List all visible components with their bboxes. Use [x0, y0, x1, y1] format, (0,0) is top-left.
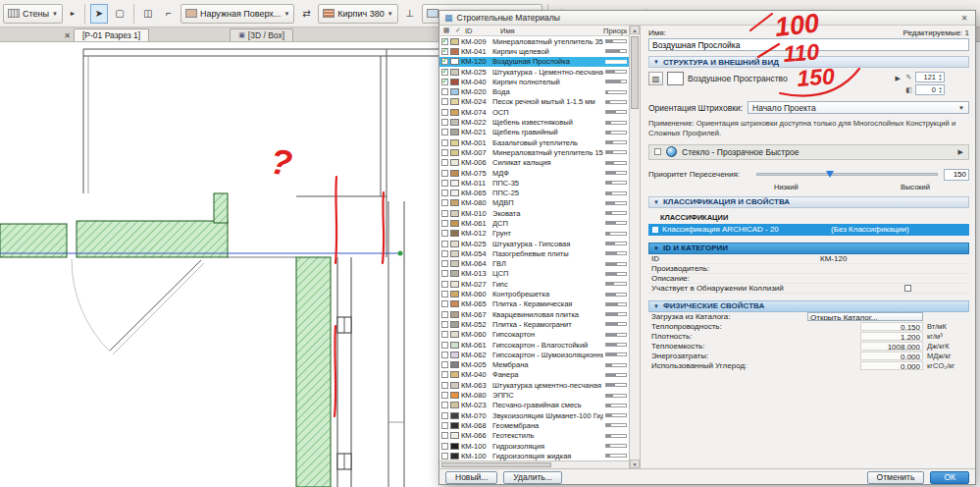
material-checkbox[interactable] — [441, 250, 448, 257]
material-checkbox[interactable] — [441, 88, 448, 95]
material-list-row[interactable]: КМ-005 Мембрана — [439, 360, 629, 370]
material-checkbox[interactable] — [441, 109, 448, 116]
material-checkbox[interactable]: ✓ — [441, 79, 448, 85]
material-list-row[interactable]: КМ-100 Гидроизоляция — [439, 441, 629, 451]
material-checkbox[interactable]: ✓ — [441, 58, 448, 65]
material-checkbox[interactable] — [441, 281, 448, 288]
material-list-row[interactable]: КМ-074 ОСП — [439, 107, 629, 117]
material-checkbox[interactable] — [441, 300, 448, 307]
material-list-row[interactable]: КМ-040 Фанера — [439, 370, 629, 380]
material-checkbox[interactable] — [441, 291, 448, 298]
delete-button[interactable]: Удалить... — [503, 471, 562, 484]
material-checkbox[interactable] — [441, 139, 448, 146]
materials-scrollbar[interactable]: ▲ ▼ — [630, 26, 641, 468]
material-list-row[interactable]: КМ-065 ППС-25 — [439, 188, 629, 197]
horizontal-scrollbar[interactable] — [439, 460, 629, 468]
material-checkbox[interactable]: ✓ — [441, 38, 448, 45]
height-settings-icon[interactable]: ⊥ — [401, 4, 419, 24]
classification-row[interactable]: Классификация ARCHICAD - 20 (Без Классиф… — [648, 224, 969, 236]
classification-checkbox[interactable] — [652, 227, 658, 233]
material-checkbox[interactable]: ✓ — [441, 69, 448, 76]
property-value[interactable]: Открыть Каталог... — [807, 312, 923, 321]
material-checkbox[interactable] — [441, 352, 448, 358]
material-checkbox[interactable] — [441, 129, 448, 135]
material-list-row[interactable]: КМ-070 Звукоизоляция Шуманет-100 Гидро — [439, 410, 629, 420]
material-list-row[interactable]: КМ-020 Вода — [439, 86, 629, 96]
marquee-tool-icon[interactable]: ▢ — [111, 4, 129, 24]
material-checkbox[interactable] — [441, 311, 448, 318]
material-list-row[interactable]: КМ-064 ГВЛ — [439, 259, 629, 269]
column-header-id[interactable]: ID — [465, 27, 498, 35]
section-classification[interactable]: ▼ КЛАССИФИКАЦИЯ И СВОЙСТВА — [648, 196, 969, 208]
material-list-row[interactable]: КМ-027 Гипс — [439, 279, 629, 289]
id-row-value[interactable]: КМ-120 — [820, 254, 966, 263]
material-checkbox[interactable] — [441, 230, 448, 237]
surface-dropdown[interactable]: Наружная Поверх... ▼ — [181, 4, 294, 24]
material-checkbox[interactable]: ✓ — [441, 48, 448, 55]
material-list-row[interactable]: КМ-021 Щебень гравийный — [439, 128, 629, 137]
wall-tool-dropdown[interactable]: Стены ▼ — [3, 4, 63, 24]
priority-value-input[interactable] — [944, 169, 969, 181]
scrollbar-thumb[interactable] — [441, 462, 551, 467]
property-value[interactable]: 1,200 — [860, 332, 923, 341]
material-list-row[interactable]: КМ-013 ЦСП — [439, 269, 629, 279]
collision-checkbox[interactable] — [904, 285, 911, 292]
fill-name[interactable]: Воздушное Пространство — [688, 72, 892, 83]
ok-button[interactable]: ОК — [930, 471, 969, 484]
scroll-up-icon[interactable]: ▲ — [630, 26, 640, 34]
material-list-row[interactable]: КМ-025 Штукатурка - Гипсовая — [439, 239, 629, 248]
collapse-icon[interactable]: ▼ — [653, 303, 659, 309]
material-checkbox[interactable] — [441, 199, 448, 206]
material-checkbox[interactable] — [441, 180, 448, 187]
background-pen-stepper[interactable]: 0▲▼ — [915, 84, 945, 95]
collapse-icon[interactable]: ▼ — [653, 59, 659, 65]
material-list-row[interactable]: КМ-067 Кварцевиниловая плитка — [439, 309, 629, 319]
material-list-row[interactable]: КМ-063 Штукатурка цементно-песчаная — [439, 380, 629, 390]
column-header-name[interactable]: Имя — [500, 27, 601, 35]
material-checkbox[interactable] — [441, 241, 448, 247]
section-structure[interactable]: ▼ СТРУКТУРА И ВНЕШНИЙ ВИД — [648, 56, 969, 68]
material-list-row[interactable]: КМ-023 Песчано-гравийная смесь — [439, 401, 629, 410]
material-list-row[interactable]: ✓ КМ-009 Минераловатный утеплитель 35 кг… — [439, 36, 629, 46]
material-checkbox[interactable] — [441, 453, 448, 460]
pen-number-stepper[interactable]: 121▲▼ — [915, 72, 945, 82]
expand-toolbox-button[interactable]: ► — [66, 4, 79, 24]
material-list-row[interactable]: КМ-080 МДВП — [439, 198, 629, 208]
material-checkbox[interactable] — [441, 189, 448, 196]
material-checkbox[interactable] — [441, 382, 448, 389]
material-list-row[interactable]: КМ-006 Силикат кальция — [439, 158, 629, 168]
material-checkbox[interactable] — [441, 149, 448, 156]
material-checkbox[interactable] — [441, 270, 448, 277]
material-checkbox[interactable] — [441, 220, 448, 227]
material-list-row[interactable]: ✓ КМ-040 Кирпич полнотелый — [439, 77, 629, 86]
material-list-row[interactable]: ✓ КМ-120 Воздушная Прослойка — [439, 57, 629, 67]
material-list-row[interactable]: КМ-010 Эковата — [439, 208, 629, 218]
swap-surface-icon[interactable]: ⇄ — [297, 4, 315, 24]
section-physical-properties[interactable]: ▼ ФИЗИЧЕСКИЕ СВОЙСТВА — [648, 300, 969, 312]
material-checkbox[interactable] — [441, 361, 448, 368]
material-list-row[interactable]: КМ-060 Контробрешетка — [439, 289, 629, 298]
section-id-categories[interactable]: ▼ ID И КАТЕГОРИИ — [648, 243, 969, 254]
material-checkbox[interactable] — [441, 159, 448, 166]
tab-section-p01[interactable]: [Р-01 Разрез 1] — [74, 28, 149, 41]
material-list-row[interactable]: КМ-060 Гипсокартон — [439, 330, 629, 340]
fill-preview[interactable] — [667, 72, 684, 85]
priority-slider[interactable] — [756, 173, 938, 176]
material-checkbox[interactable] — [441, 412, 448, 419]
material-list-row[interactable]: КМ-001 Базальтовый утеплитель — [439, 137, 629, 147]
materials-list-header[interactable]: ▦ ✓ ID Имя Приоритет — [439, 26, 629, 36]
list-filter-icon[interactable]: ▦ — [441, 27, 451, 34]
material-list-row[interactable]: КМ-054 Пазогребневые плиты — [439, 248, 629, 258]
material-list-row[interactable]: КМ-068 Геомембрана — [439, 420, 629, 430]
slider-marker[interactable] — [826, 171, 834, 178]
arrow-tool-icon[interactable]: ➤ — [90, 4, 108, 24]
dialog-titlebar[interactable]: ▦ Строительные Материалы ✕ — [439, 11, 975, 26]
material-name-input[interactable] — [648, 38, 969, 51]
surface-checkbox[interactable] — [654, 148, 661, 155]
material-list-row[interactable]: КМ-007 Минераловатный утеплитель 150 кг/… — [439, 147, 629, 157]
tab-3d[interactable]: ▣ [3D / Вох] — [230, 28, 293, 41]
material-checkbox[interactable] — [441, 98, 448, 105]
cancel-button[interactable]: Отменить — [867, 471, 925, 484]
material-list-row[interactable]: КМ-100 Гидроизоляция жидкая — [439, 451, 629, 460]
material-list-row[interactable]: КМ-075 МДФ — [439, 168, 629, 178]
